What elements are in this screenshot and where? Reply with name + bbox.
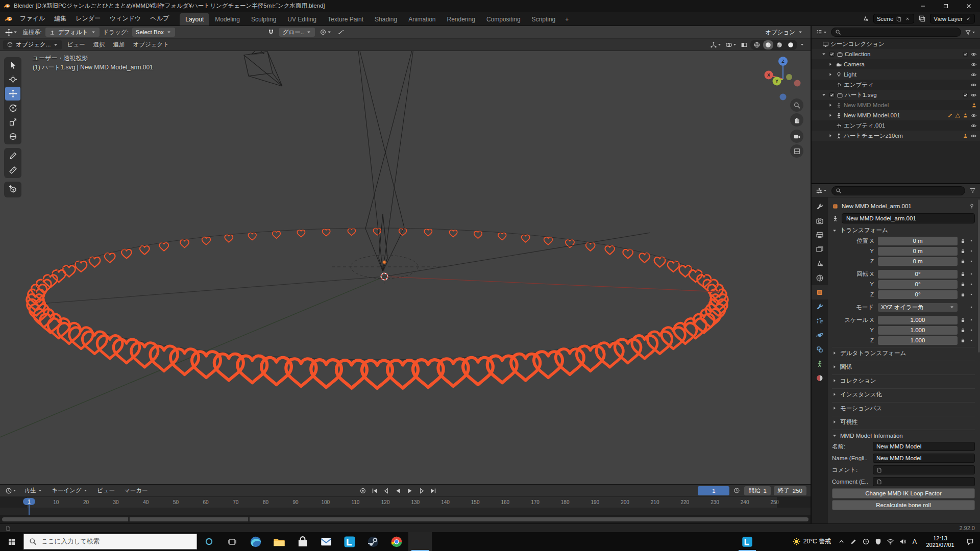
viewport-menu-item[interactable]: 追加 <box>109 39 129 51</box>
object-name-field[interactable]: New MMD Model_arm.001 <box>842 213 975 223</box>
scene-selector[interactable]: Scene <box>873 14 915 23</box>
navigation-gizmo[interactable]: XYZ <box>760 54 807 101</box>
hide-eye-toggle[interactable] <box>970 122 977 129</box>
tray-security-shield-icon[interactable] <box>872 532 884 551</box>
taskbar-app-blender[interactable] <box>408 532 432 551</box>
active-tool-button[interactable] <box>4 27 19 37</box>
text-field[interactable]: New MMD Model <box>873 454 975 463</box>
properties-tab-world[interactable] <box>812 271 828 285</box>
tray-clock-icon[interactable] <box>860 532 872 551</box>
mmd-button[interactable]: Recalculate bone roll <box>832 500 975 510</box>
expand-right-icon[interactable] <box>828 133 834 138</box>
properties-tab-constraints[interactable] <box>812 342 828 357</box>
jump-to-end-button[interactable] <box>428 486 438 496</box>
expand-right-icon[interactable] <box>828 72 834 77</box>
outliner-row[interactable]: New MMD Model.001 <box>812 110 980 120</box>
taskbar-clock[interactable]: 12:13 2021/07/01 <box>921 535 960 548</box>
animate-dot[interactable] <box>968 271 975 277</box>
properties-filter-icon[interactable] <box>968 186 977 196</box>
taskbar-app-store[interactable] <box>291 532 314 551</box>
menubar-item[interactable]: 編集 <box>50 12 71 26</box>
taskbar-app-edge[interactable] <box>244 532 267 551</box>
value-field[interactable]: 0° <box>878 290 958 299</box>
animate-dot[interactable] <box>968 328 975 333</box>
proportional-falloff-icon[interactable] <box>336 27 346 37</box>
minimize-button[interactable] <box>911 0 934 12</box>
jump-to-start-button[interactable] <box>369 486 380 496</box>
pan-button[interactable] <box>790 113 803 127</box>
value-field[interactable]: 0 m <box>878 237 958 245</box>
tool-move-button[interactable] <box>5 87 20 101</box>
weather-widget[interactable]: 20°C 警戒 <box>788 537 835 546</box>
lock-icon[interactable] <box>958 248 968 254</box>
text-field[interactable] <box>873 465 975 474</box>
outliner-row[interactable]: エンプティ.001 <box>812 120 980 131</box>
hide-eye-toggle[interactable] <box>970 112 977 119</box>
section-collapsed[interactable]: モーションパス <box>832 402 975 414</box>
current-frame-line[interactable] <box>29 504 30 516</box>
animate-dot[interactable] <box>968 292 975 297</box>
start-button[interactable] <box>0 532 23 551</box>
value-field[interactable]: 1.000 <box>878 326 958 335</box>
section-collapsed[interactable]: コレクション <box>832 374 975 386</box>
check-badge[interactable] <box>963 92 968 98</box>
hide-eye-toggle[interactable] <box>970 133 977 139</box>
section-collapsed[interactable]: インスタンス化 <box>832 388 975 400</box>
outliner-row[interactable]: ハートチェーンz10cm <box>812 131 980 141</box>
add-workspace-button[interactable]: + <box>561 13 573 26</box>
menubar-item[interactable]: レンダー <box>71 12 105 26</box>
properties-tab-output[interactable] <box>812 228 828 242</box>
orientation-dropdown[interactable]: デフォルト <box>45 28 100 37</box>
shading-options-dropdown[interactable] <box>799 40 805 50</box>
lock-icon[interactable] <box>958 271 968 277</box>
pin-icon[interactable] <box>969 203 975 209</box>
hide-eye-toggle[interactable] <box>970 71 977 78</box>
outliner-display-mode[interactable] <box>815 27 828 37</box>
value-field[interactable]: 1.000 <box>878 336 958 345</box>
previous-keyframe-button[interactable] <box>381 486 391 496</box>
outliner-row[interactable]: シーンコレクション <box>812 39 980 49</box>
animate-dot[interactable] <box>968 259 975 264</box>
action-center-button[interactable] <box>960 532 980 551</box>
expand-down-icon[interactable] <box>821 92 827 97</box>
lock-icon[interactable] <box>958 282 968 287</box>
show-gizmo-dropdown[interactable] <box>709 40 723 50</box>
outliner-search-input[interactable] <box>831 28 961 37</box>
taskbar-app-line[interactable] <box>736 532 759 551</box>
properties-tab-view-layer[interactable] <box>812 242 828 257</box>
camera-view-button[interactable] <box>790 130 803 143</box>
current-frame-field[interactable]: 1 <box>698 486 729 495</box>
workspace-tab-layout[interactable]: Layout <box>180 13 209 26</box>
lock-icon[interactable] <box>958 338 968 343</box>
tray-pen-icon[interactable] <box>847 532 860 551</box>
rotation-mode-dropdown[interactable]: XYZ オイラー角 <box>878 303 958 312</box>
outliner-filter-button[interactable] <box>964 27 977 37</box>
mode-dropdown[interactable]: オブジェク... <box>3 40 62 49</box>
viewport-menu-item[interactable]: オブジェクト <box>129 39 173 51</box>
outliner-row[interactable]: エンプティ <box>812 80 980 90</box>
show-overlays-dropdown[interactable] <box>724 40 738 50</box>
menubar-item[interactable]: ファイル <box>15 12 50 26</box>
section-collapsed[interactable]: 関係 <box>832 361 975 372</box>
timeline-scrollbar-handle[interactable] <box>2 517 808 521</box>
taskbar-app-line[interactable] <box>338 532 361 551</box>
tool-box-select-button[interactable] <box>5 58 20 72</box>
drag-mode-dropdown[interactable]: Select Box <box>132 28 175 37</box>
tool-add-cube-button[interactable] <box>5 183 20 196</box>
properties-search-input[interactable] <box>831 186 965 195</box>
timeline-editor-icon[interactable] <box>4 486 18 496</box>
hide-eye-toggle[interactable] <box>970 82 977 88</box>
menubar-item[interactable]: ウィンドウ <box>105 12 145 26</box>
auto-keyframe-button[interactable] <box>357 486 368 496</box>
expand-right-icon[interactable] <box>828 62 834 67</box>
properties-tab-modifiers[interactable] <box>812 299 828 314</box>
properties-tab-render[interactable] <box>812 214 828 228</box>
tool-transform-button[interactable] <box>5 130 20 143</box>
workspace-tab-rendering[interactable]: Rendering <box>442 13 481 26</box>
shading-material-button[interactable] <box>774 40 785 49</box>
value-field[interactable]: 0° <box>878 270 958 279</box>
tool-rotate-button[interactable] <box>5 101 20 115</box>
properties-tab-scene[interactable] <box>812 257 828 271</box>
transform-section-header[interactable]: トランスフォーム <box>832 224 975 236</box>
outliner-row[interactable]: New MMD Model <box>812 100 980 110</box>
